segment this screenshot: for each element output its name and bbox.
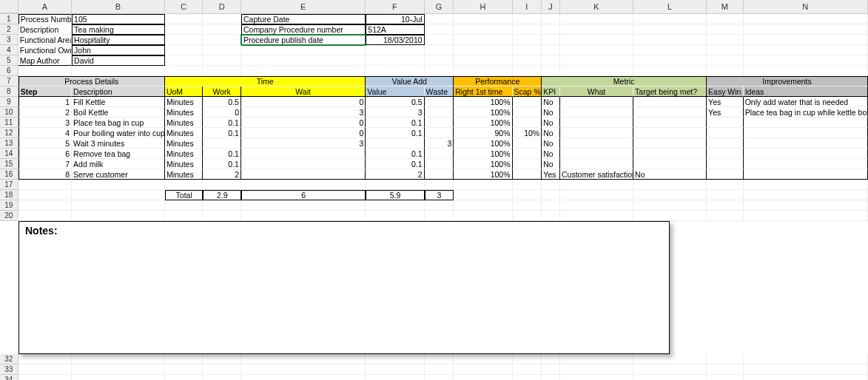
cell[interactable] (454, 55, 512, 66)
table-cell[interactable] (560, 118, 633, 128)
col-C[interactable]: C (165, 0, 203, 13)
table-cell[interactable] (744, 159, 868, 169)
table-cell[interactable]: No (542, 97, 560, 107)
table-cell[interactable] (707, 159, 744, 169)
table-cell[interactable]: Yes (707, 107, 744, 118)
group-header[interactable]: Time (165, 76, 366, 86)
sub-header[interactable]: Wait (241, 86, 366, 97)
cell[interactable] (454, 45, 512, 55)
cell[interactable] (542, 35, 560, 45)
table-cell[interactable]: Yes (542, 169, 560, 180)
cell[interactable] (513, 14, 542, 24)
cell[interactable] (633, 211, 707, 221)
cell[interactable] (542, 375, 560, 380)
cell[interactable] (513, 55, 542, 66)
table-cell[interactable]: Only add water that is needed (744, 97, 868, 107)
row-9[interactable]: 9 (0, 97, 18, 107)
cell[interactable] (165, 66, 203, 76)
table-cell[interactable]: Add milk (72, 159, 165, 169)
cell[interactable] (513, 35, 542, 45)
cell[interactable] (633, 200, 707, 211)
meta-cell[interactable]: 18/03/2010 (366, 35, 424, 45)
sub-header[interactable]: Value (366, 86, 424, 97)
table-cell[interactable]: Minutes (165, 159, 203, 169)
cell[interactable] (513, 354, 542, 364)
cell[interactable] (454, 354, 512, 364)
cell[interactable] (744, 45, 868, 55)
cell[interactable] (72, 375, 165, 380)
cell[interactable] (707, 180, 744, 190)
notes-box[interactable]: Notes: (18, 221, 670, 354)
table-cell[interactable]: Minutes (165, 97, 203, 107)
cell[interactable] (454, 35, 512, 45)
table-cell[interactable]: 0.1 (203, 128, 241, 138)
cell[interactable] (366, 364, 424, 375)
cell[interactable] (165, 24, 203, 35)
cell[interactable] (513, 180, 542, 190)
cell[interactable] (203, 14, 241, 24)
cell[interactable] (425, 66, 454, 76)
cell[interactable] (560, 211, 633, 221)
cell[interactable] (454, 211, 512, 221)
cell[interactable] (633, 24, 707, 35)
row-16[interactable]: 16 (0, 169, 18, 180)
table-cell[interactable] (425, 149, 454, 159)
table-cell[interactable] (513, 97, 542, 107)
table-cell[interactable]: 100% (454, 149, 512, 159)
cell[interactable] (633, 375, 707, 380)
table-cell[interactable] (513, 159, 542, 169)
cell[interactable] (425, 35, 454, 45)
col-A[interactable]: A (18, 0, 72, 13)
table-cell[interactable]: 0.1 (366, 149, 424, 159)
cell[interactable] (560, 354, 633, 364)
cell[interactable] (366, 45, 424, 55)
cell[interactable] (165, 180, 203, 190)
group-header[interactable]: Value Add (366, 76, 454, 86)
table-cell[interactable]: Serve customer (72, 169, 165, 180)
cell[interactable] (560, 190, 633, 200)
cell[interactable] (633, 55, 707, 66)
cell[interactable] (425, 354, 454, 364)
col-D[interactable]: D (203, 0, 241, 13)
cell[interactable] (513, 24, 542, 35)
cell[interactable] (241, 55, 366, 66)
cell[interactable] (744, 180, 868, 190)
table-cell[interactable]: 3 (425, 138, 454, 149)
cell[interactable] (454, 190, 512, 200)
row-13[interactable]: 13 (0, 138, 18, 149)
cell[interactable] (203, 364, 241, 375)
table-cell[interactable]: 100% (454, 118, 512, 128)
row-20[interactable]: 20 (0, 211, 18, 221)
table-cell[interactable]: 0 (241, 118, 366, 128)
cell[interactable] (18, 354, 72, 364)
cell[interactable] (744, 55, 868, 66)
table-cell[interactable] (744, 149, 868, 159)
row-10[interactable]: 10 (0, 107, 18, 118)
cell[interactable] (203, 200, 241, 211)
table-cell[interactable]: 0.1 (366, 128, 424, 138)
table-cell[interactable] (707, 138, 744, 149)
table-cell[interactable]: 8 (18, 169, 72, 180)
table-cell[interactable]: 0.5 (203, 97, 241, 107)
table-cell[interactable]: 0.1 (203, 118, 241, 128)
col-E[interactable]: E (241, 0, 366, 13)
table-cell[interactable]: No (542, 107, 560, 118)
cell[interactable] (165, 14, 203, 24)
cell[interactable] (633, 14, 707, 24)
cell[interactable] (454, 66, 512, 76)
sub-header[interactable]: What (560, 86, 633, 97)
table-cell[interactable] (707, 128, 744, 138)
cell[interactable] (241, 211, 366, 221)
cell[interactable] (18, 200, 72, 211)
cell[interactable] (707, 375, 744, 380)
cell[interactable] (560, 24, 633, 35)
table-cell[interactable]: Place tea bag in cup (72, 118, 165, 128)
cell[interactable] (165, 211, 203, 221)
meta-cell[interactable]: Capture Date (241, 14, 366, 24)
cell[interactable] (241, 364, 366, 375)
table-cell[interactable]: Minutes (165, 107, 203, 118)
group-header[interactable]: Process Details (18, 76, 165, 86)
row-17[interactable]: 17 (0, 180, 18, 190)
cell[interactable] (366, 55, 424, 66)
cell[interactable] (542, 45, 560, 55)
